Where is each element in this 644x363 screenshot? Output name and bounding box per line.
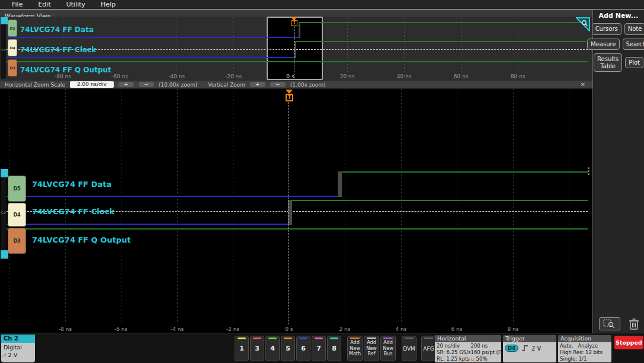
channel-1-button[interactable]: 1 <box>235 336 249 361</box>
channel-button-label: 5 <box>286 345 290 352</box>
channel-badge-d4[interactable]: D4 <box>8 203 26 227</box>
channel-badge-d4[interactable]: D4 <box>8 39 17 56</box>
data-waveform-edge <box>338 171 342 197</box>
axis-tick: -6 ns <box>114 326 127 332</box>
menu-utility[interactable]: Utility <box>66 1 85 8</box>
grid-line <box>401 89 402 324</box>
channel-color-stripe <box>253 337 261 339</box>
channel-6-button[interactable]: 6 <box>296 336 310 361</box>
channel-label-q-output[interactable]: 74LVCG74 FF Q Output <box>20 66 111 74</box>
trigger-marker-arrow[interactable] <box>286 90 293 94</box>
trigger-position-icon: ⊔ <box>471 356 475 362</box>
channel-2-mode: Digital <box>4 343 35 351</box>
channel-badge-d3[interactable]: D3 <box>8 228 26 254</box>
zoom-reset-button[interactable] <box>599 317 620 330</box>
add-new-bus-button[interactable]: Add New Bus <box>380 336 396 361</box>
plot-button[interactable]: Plot <box>625 57 643 69</box>
grid-line <box>121 89 121 324</box>
v-zoom-label: Vertical Zoom <box>208 82 245 88</box>
add-new-math-button[interactable]: Add New Math <box>347 336 363 361</box>
channel-color-stripe <box>238 337 246 339</box>
channel-2-name: Ch 2 <box>1 335 35 343</box>
results-table-button[interactable]: Results Table <box>594 53 622 72</box>
channel-4-button[interactable]: 4 <box>265 336 280 361</box>
axis-tick: 0 s <box>286 74 294 79</box>
clock-waveform-edge <box>294 41 296 58</box>
horizontal-sample-rate: SR: 6.25 GS/s <box>437 349 471 356</box>
acquisition-detail: High Res: 12 bits <box>560 349 610 356</box>
right-panel: Add New... Cursors Note Measure Search R… <box>592 9 644 333</box>
acquisition-mode: Auto, Analyze <box>560 343 610 349</box>
grid-line <box>518 18 518 76</box>
channel-label-data[interactable]: 74LVCG74 FF Data <box>32 180 111 189</box>
trigger-position-line <box>289 102 289 324</box>
v-zoom-plus-button[interactable]: + <box>250 82 265 87</box>
main-time-axis: -8 ns -6 ns -4 ns -2 ns 0 s 2 ns 4 ns 6 … <box>0 324 592 333</box>
afg-label: AFG <box>423 346 434 352</box>
h-zoom-minus-button[interactable]: − <box>139 82 154 87</box>
h-zoom-factor: (10.00x zoom) <box>159 82 197 88</box>
cursors-button[interactable]: Cursors <box>592 23 621 35</box>
horizontal-trigger-position: 50% <box>476 356 488 362</box>
channel-2-threshold: : 2 V <box>4 352 17 358</box>
dvm-button[interactable]: DVM <box>402 336 416 361</box>
trigger-panel[interactable]: Trigger D4 2 V <box>503 335 556 362</box>
axis-tick: -20 ns <box>225 74 242 79</box>
channel-label-q-output[interactable]: 74LVCG74 FF Q Output <box>32 235 131 244</box>
channel-label-clock[interactable]: 74LVCG74 FF Clock <box>20 46 96 54</box>
channel-8-button[interactable]: 8 <box>327 336 341 361</box>
channel-2-badge[interactable]: Ch 2 Digital ⁄: 2 V <box>1 335 35 362</box>
channel-7-button[interactable]: 7 <box>312 336 326 361</box>
waveform-view-bar: Waveform View <box>0 9 592 17</box>
axis-tick: 40 ns <box>397 74 412 79</box>
channel-3-button[interactable]: 3 <box>250 336 264 361</box>
q-output-waveform-high-segment <box>4 61 588 62</box>
channel-badge-d3[interactable]: D3 <box>8 59 17 77</box>
overview-handle-tab[interactable] <box>1 17 8 24</box>
axis-tick: -2 ns <box>226 326 239 332</box>
add-new-ref-button[interactable]: Add New Ref <box>364 336 379 361</box>
grid-line <box>461 18 462 76</box>
horizontal-resolution: 160 ps/pt (IT <box>471 349 501 356</box>
channel-5-button[interactable]: 5 <box>281 336 295 361</box>
panel-splitter-handle[interactable] <box>588 166 589 176</box>
axis-tick: 80 ns <box>511 74 526 79</box>
h-zoom-scale-label: Horizontal Zoom Scale <box>5 82 65 88</box>
ref-color-stripe <box>367 337 376 339</box>
menu-help[interactable]: Help <box>101 1 116 8</box>
note-button[interactable]: Note <box>624 23 644 35</box>
grid-line <box>177 18 177 76</box>
overview-zoom-corner-icon[interactable] <box>576 17 590 31</box>
grid-line <box>457 89 457 324</box>
trigger-marker[interactable]: T <box>286 94 293 101</box>
menu-file[interactable]: File <box>12 1 23 8</box>
horizontal-scale: 20 ns/div <box>437 343 471 349</box>
handle-resize-icon[interactable]: <> <box>1 47 7 52</box>
axis-tick: 4 ns <box>396 326 407 332</box>
channel-label-data[interactable]: 74LVCG74 FF Data <box>20 26 94 34</box>
channel-label-clock[interactable]: 74LVCG74 FF Clock <box>32 207 114 216</box>
acquisition-single: Single: 1/1 <box>560 356 610 362</box>
main-handle-tab-top[interactable] <box>1 169 8 177</box>
channel-badge-d5[interactable]: D5 <box>8 20 17 37</box>
measure-button[interactable]: Measure <box>587 39 620 50</box>
search-button[interactable]: Search <box>623 39 644 50</box>
run-status-badge[interactable]: Stopped <box>614 336 643 349</box>
trigger-marker[interactable]: T <box>291 20 297 26</box>
grid-line <box>345 89 345 324</box>
channel-color-stripe <box>284 337 292 339</box>
v-zoom-minus-button[interactable]: − <box>270 82 286 87</box>
trash-icon[interactable] <box>629 318 639 330</box>
q-output-waveform-high-segment <box>4 228 588 230</box>
h-zoom-scale-value[interactable]: 2.00 ns/div <box>70 81 114 88</box>
h-zoom-plus-button[interactable]: + <box>118 82 134 87</box>
menu-edit[interactable]: Edit <box>38 1 50 8</box>
zoom-close-icon[interactable]: ✕ <box>581 81 585 88</box>
afg-button[interactable]: AFG <box>421 336 436 361</box>
acquisition-panel[interactable]: Acquisition Auto, Analyze High Res: 12 b… <box>558 335 611 362</box>
axis-tick: 6 ns <box>451 326 463 332</box>
channel-button-label: 7 <box>316 345 321 352</box>
clock-waveform-low-segment <box>4 57 294 58</box>
channel-badge-d5[interactable]: D5 <box>8 176 26 202</box>
horizontal-panel[interactable]: Horizontal 20 ns/div SR: 6.25 GS/s RL: 1… <box>435 335 501 362</box>
